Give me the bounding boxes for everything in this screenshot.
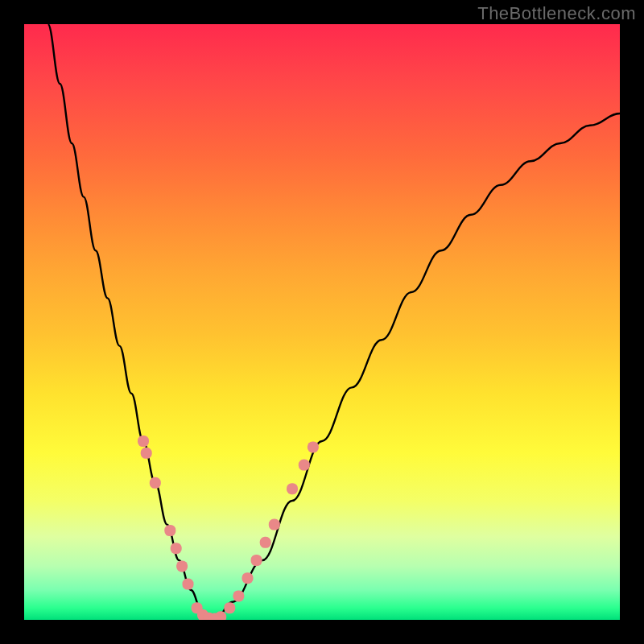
plot-area xyxy=(24,24,620,620)
chart-svg xyxy=(24,24,620,620)
data-marker xyxy=(176,560,188,572)
data-marker xyxy=(260,537,271,548)
data-marker xyxy=(308,441,319,452)
data-marker xyxy=(164,525,175,536)
data-marker xyxy=(215,611,226,620)
data-marker xyxy=(150,477,161,489)
marker-layer xyxy=(138,436,319,620)
data-marker xyxy=(141,448,152,459)
data-marker xyxy=(287,483,298,494)
data-marker xyxy=(183,579,194,590)
data-marker xyxy=(299,460,310,471)
data-marker xyxy=(233,590,244,601)
data-marker xyxy=(269,519,280,530)
data-marker xyxy=(138,436,149,447)
data-marker xyxy=(242,572,254,584)
bottleneck-curve-path xyxy=(48,24,620,620)
curve-layer xyxy=(48,24,620,620)
data-marker xyxy=(171,543,182,554)
data-marker xyxy=(224,602,235,613)
watermark-text: TheBottleneck.com xyxy=(477,3,636,24)
data-marker xyxy=(251,555,262,566)
chart-frame: TheBottleneck.com xyxy=(0,0,644,644)
